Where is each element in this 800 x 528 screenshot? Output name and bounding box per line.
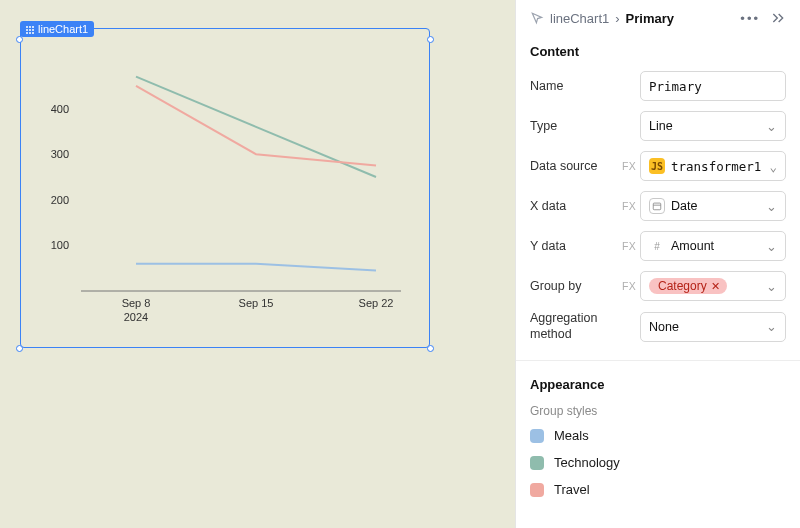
breadcrumb: lineChart1 › Primary [530,11,674,26]
section-appearance: Appearance Group styles MealsTechnologyT… [530,377,786,497]
select-y-data-value: Amount [671,239,714,253]
color-swatch[interactable] [530,429,544,443]
chevron-down-icon: ⌄ [766,239,777,254]
chevron-down-icon: ⌄ [766,319,777,334]
grip-icon [25,25,34,34]
calendar-icon [649,198,665,214]
builder-canvas: lineChart1 100200300400Sep 8Sep 15Sep 22… [0,0,515,528]
svg-text:2024: 2024 [124,311,148,323]
legend-item[interactable]: Technology [530,455,786,470]
svg-point-4 [29,29,31,31]
section-title-content: Content [530,44,786,59]
crumb-separator: › [615,11,619,26]
chart-series [136,264,376,271]
input-name-value: Primary [649,79,702,94]
line-chart[interactable]: 100200300400Sep 8Sep 15Sep 222024 [20,28,430,348]
select-x-data-value: Date [671,199,697,213]
svg-text:Sep 8: Sep 8 [122,297,151,309]
label-type: Type [530,119,618,133]
select-y-data[interactable]: # Amount ⌄ [640,231,786,261]
chevron-down-icon: ⌄ [769,159,777,174]
legend-label: Travel [554,482,590,497]
svg-point-5 [32,29,34,31]
select-data-source-value: transformer1 [671,159,761,174]
svg-text:200: 200 [51,194,69,206]
legend-label: Meals [554,428,589,443]
select-data-source[interactable]: JS transformer1 ⌄ [640,151,786,181]
resize-handle-tr[interactable] [427,36,434,43]
inspector-panel: lineChart1 › Primary ••• Content Name Pr… [515,0,800,528]
select-x-data[interactable]: Date ⌄ [640,191,786,221]
svg-text:300: 300 [51,148,69,160]
legend-item[interactable]: Meals [530,428,786,443]
remove-tag-icon[interactable]: ✕ [711,280,720,293]
crumb-current: Primary [626,11,674,26]
label-x-data: X data [530,199,618,213]
svg-point-0 [26,26,28,28]
label-data-source: Data source [530,159,618,173]
label-name: Name [530,79,618,93]
svg-text:100: 100 [51,239,69,251]
svg-text:400: 400 [51,103,69,115]
svg-point-2 [32,26,34,28]
svg-point-3 [26,29,28,31]
group-by-tag[interactable]: Category ✕ [649,278,727,294]
fx-indicator[interactable]: FX [618,280,640,292]
collapse-icon[interactable] [770,10,786,26]
chevron-down-icon: ⌄ [766,199,777,214]
resize-handle-br[interactable] [427,345,434,352]
chevron-down-icon: ⌄ [766,279,777,294]
fx-indicator[interactable]: FX [618,200,640,212]
fx-indicator[interactable]: FX [618,240,640,252]
svg-rect-18 [653,203,661,210]
resize-handle-tl[interactable] [16,36,23,43]
section-content: Content Name Primary Type Line ⌄ Data so… [530,44,786,342]
more-icon[interactable]: ••• [740,11,760,26]
chevron-down-icon: ⌄ [766,119,777,134]
label-y-data: Y data [530,239,618,253]
group-by-tag-label: Category [658,279,707,293]
color-swatch[interactable] [530,483,544,497]
section-subtitle-appearance: Group styles [530,404,786,418]
crumb-root[interactable]: lineChart1 [550,11,609,26]
js-icon: JS [649,158,665,174]
svg-point-8 [32,32,34,34]
select-type[interactable]: Line ⌄ [640,111,786,141]
resize-handle-bl[interactable] [16,345,23,352]
svg-point-7 [29,32,31,34]
selection-chip-label: lineChart1 [38,23,88,35]
select-type-value: Line [649,119,673,133]
select-aggregation-value: None [649,320,679,334]
cursor-icon [530,11,544,25]
hash-icon: # [649,238,665,254]
svg-point-1 [29,26,31,28]
selection-chip[interactable]: lineChart1 [20,21,94,37]
component-selection[interactable]: lineChart1 100200300400Sep 8Sep 15Sep 22… [20,28,430,348]
svg-text:Sep 15: Sep 15 [239,297,274,309]
divider [516,360,800,361]
label-aggregation: Aggregation method [530,311,618,342]
fx-indicator[interactable]: FX [618,160,640,172]
color-swatch[interactable] [530,456,544,470]
svg-text:Sep 22: Sep 22 [359,297,394,309]
legend-label: Technology [554,455,620,470]
select-aggregation[interactable]: None ⌄ [640,312,786,342]
section-title-appearance: Appearance [530,377,786,392]
chart-plot-area: 100200300400Sep 8Sep 15Sep 222024 [21,53,429,333]
legend-item[interactable]: Travel [530,482,786,497]
svg-point-6 [26,32,28,34]
chart-series [136,86,376,166]
select-group-by[interactable]: Category ✕ ⌄ [640,271,786,301]
input-name[interactable]: Primary [640,71,786,101]
label-group-by: Group by [530,279,618,293]
